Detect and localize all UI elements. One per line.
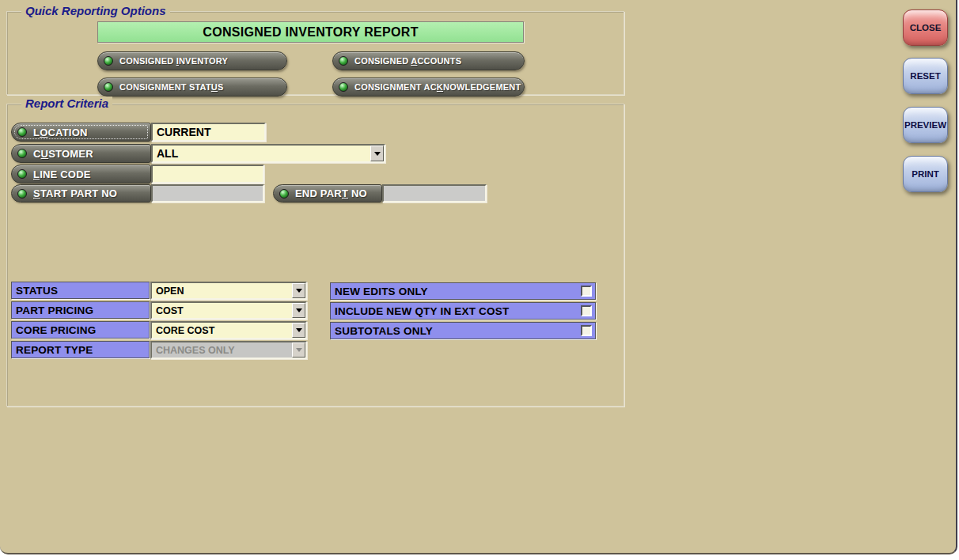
consignment-status-button-label: CONSIGNMENT STATUS (119, 82, 224, 92)
page: Quick Reporting Options CONSIGNED INVENT… (0, 0, 959, 560)
chevron-down-icon (296, 308, 302, 312)
report-type-dropdown: CHANGES ONLY (150, 341, 307, 359)
green-led-icon (17, 149, 27, 158)
green-led-icon (104, 56, 113, 66)
report-type-dropdown-button (292, 342, 305, 358)
consigned-accounts-button[interactable]: CONSIGNED ACCOUNTS (332, 51, 525, 70)
quick-reporting-legend: Quick Reporting Options (21, 4, 170, 17)
status-dropdown[interactable]: OPEN (150, 282, 307, 300)
new-edits-only-bar: NEW EDITS ONLY (330, 282, 596, 300)
green-led-icon (104, 82, 113, 92)
customer-dropdown-value: ALL (153, 147, 370, 160)
subtotals-only-checkbox[interactable] (581, 325, 592, 336)
part-pricing-dropdown[interactable]: COST (150, 301, 307, 320)
consignment-status-button[interactable]: CONSIGNMENT STATUS (97, 78, 287, 96)
new-edits-only-label: NEW EDITS ONLY (335, 286, 428, 297)
subtotals-only-label: SUBTOTALS ONLY (335, 325, 433, 337)
customer-dropdown[interactable]: ALL (151, 144, 385, 163)
chevron-down-icon (296, 289, 302, 293)
part-pricing-label: PART PRICING (11, 301, 150, 319)
chevron-down-icon (296, 328, 302, 332)
report-type-dropdown-value: CHANGES ONLY (152, 345, 292, 356)
green-led-icon (339, 56, 348, 66)
core-pricing-dropdown-value: CORE COST (152, 325, 292, 336)
green-led-icon (17, 189, 27, 199)
status-dropdown-value: OPEN (152, 286, 292, 297)
consigned-inventory-button-label: CONSIGNED INVENTORY (119, 56, 228, 66)
report-criteria-legend: Report Criteria (21, 96, 112, 110)
customer-button-label: CUSTOMER (33, 148, 93, 160)
report-type-label: REPORT TYPE (11, 341, 150, 358)
green-led-icon (17, 169, 27, 179)
report-title-banner: CONSIGNED INVENTORY REPORT (97, 21, 524, 43)
location-button[interactable]: LOCATION (11, 123, 151, 142)
start-part-no-field[interactable] (151, 184, 264, 202)
status-label: STATUS (11, 282, 150, 299)
location-button-label: LOCATION (33, 127, 88, 138)
part-pricing-dropdown-value: COST (152, 305, 292, 316)
reset-button[interactable]: RESET (903, 58, 948, 94)
chevron-down-icon (374, 152, 381, 156)
core-pricing-label: CORE PRICING (11, 321, 150, 339)
green-led-icon (17, 127, 27, 137)
preview-button[interactable]: PREVIEW (903, 107, 948, 143)
status-dropdown-button[interactable] (292, 283, 305, 298)
include-new-qty-bar: INCLUDE NEW QTY IN EXT COST (330, 302, 596, 320)
line-code-button[interactable]: LINE CODE (11, 165, 151, 184)
end-part-no-field[interactable] (382, 184, 487, 202)
include-new-qty-label: INCLUDE NEW QTY IN EXT COST (335, 305, 509, 317)
print-button[interactable]: PRINT (903, 156, 948, 192)
part-pricing-dropdown-button[interactable] (292, 303, 305, 318)
green-led-icon (279, 189, 289, 199)
line-code-button-label: LINE CODE (33, 168, 91, 180)
subtotals-only-bar: SUBTOTALS ONLY (330, 322, 596, 339)
include-new-qty-checkbox[interactable] (581, 305, 592, 316)
chevron-down-icon (296, 348, 302, 352)
report-window: Quick Reporting Options CONSIGNED INVENT… (0, 0, 957, 554)
start-part-no-button[interactable]: START PART NO (11, 184, 151, 202)
end-part-no-button-label: END PART NO (295, 187, 367, 199)
customer-button[interactable]: CUSTOMER (11, 144, 151, 163)
consigned-inventory-button[interactable]: CONSIGNED INVENTORY (97, 51, 287, 70)
core-pricing-dropdown-button[interactable] (292, 323, 305, 338)
start-part-no-button-label: START PART NO (33, 187, 117, 199)
consigned-accounts-button-label: CONSIGNED ACCOUNTS (354, 56, 461, 66)
end-part-no-button[interactable]: END PART NO (273, 184, 382, 202)
consignment-acknowledgement-button[interactable]: CONSIGNMENT ACKNOWLEDGEMENT (332, 78, 525, 96)
consignment-acknowledgement-button-label: CONSIGNMENT ACKNOWLEDGEMENT (354, 82, 521, 92)
line-code-field[interactable] (151, 165, 264, 184)
location-field[interactable]: CURRENT (151, 123, 266, 142)
customer-dropdown-button[interactable] (370, 146, 384, 161)
green-led-icon (339, 82, 348, 92)
core-pricing-dropdown[interactable]: CORE COST (150, 321, 307, 339)
new-edits-only-checkbox[interactable] (581, 286, 592, 297)
close-button[interactable]: CLOSE (903, 9, 948, 46)
